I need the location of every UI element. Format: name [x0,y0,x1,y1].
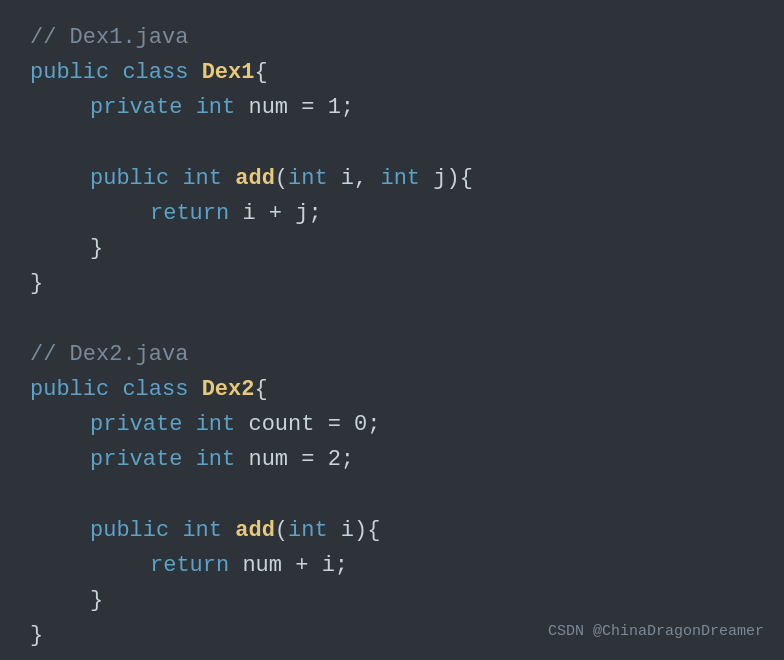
class-dex2-declaration: public class Dex2{ [30,372,754,407]
class-dex1-declaration: public class Dex1{ [30,55,754,90]
return-dex2: return num + i; [150,548,754,583]
return-dex1: return i + j; [150,196,754,231]
watermark: CSDN @ChinaDragonDreamer [548,620,764,644]
method-add-dex2: public int add(int i){ [90,513,754,548]
class-close-dex1: } [30,266,754,301]
method-close-dex1: } [90,231,754,266]
code-container: // Dex1.java public class Dex1{ private … [0,0,784,660]
method-add-dex1: public int add(int i, int j){ [90,161,754,196]
comment-dex1: // Dex1.java [30,20,754,55]
field-count-dex2: private int count = 0; [90,407,754,442]
field-num-dex2: private int num = 2; [90,442,754,477]
method-close-dex2: } [90,583,754,618]
field-num-dex1: private int num = 1; [90,90,754,125]
comment-dex2: // Dex2.java [30,337,754,372]
